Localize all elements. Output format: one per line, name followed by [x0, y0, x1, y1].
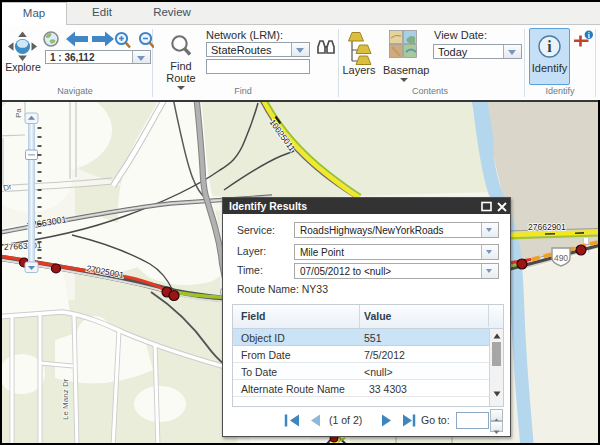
svg-text:490: 490: [554, 253, 568, 263]
svg-text:i: i: [588, 31, 590, 40]
svg-text:27662901: 27662901: [528, 222, 566, 232]
svg-text:27663101: 27663101: [4, 240, 43, 252]
svg-text:i: i: [547, 38, 552, 55]
svg-text:Pa: Pa: [14, 108, 23, 118]
svg-text:Le Manz Dr: Le Manz Dr: [61, 378, 70, 420]
